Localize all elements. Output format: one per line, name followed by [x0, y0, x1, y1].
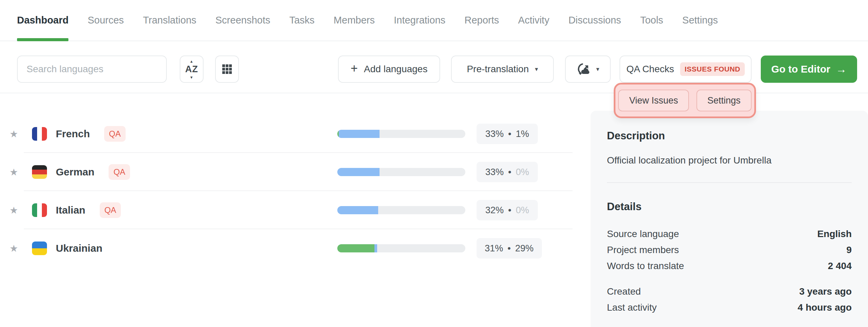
search-languages-field[interactable]	[17, 56, 167, 83]
details-title: Details	[607, 201, 852, 213]
dot-separator: •	[508, 243, 511, 254]
go-to-editor-label: Go to Editor	[771, 63, 830, 75]
grid-view-button[interactable]	[215, 56, 239, 83]
sort-az-icon: AZ	[185, 64, 198, 75]
arrow-right-icon: →	[836, 63, 847, 76]
qa-issues-badge[interactable]: QA	[104, 126, 126, 142]
german-flag-icon	[32, 165, 47, 179]
pretranslation-label: Pre-translation	[467, 64, 529, 75]
tab-integrations[interactable]: Integrations	[394, 0, 446, 41]
qa-settings-button[interactable]: Settings	[696, 90, 752, 111]
translated-percent: 33%	[485, 129, 504, 139]
cloud-sync-dropdown[interactable]: ▾	[565, 56, 611, 83]
language-row-left: ★ French QA	[10, 115, 126, 153]
qa-issues-badge[interactable]: QA	[100, 202, 121, 218]
progress-percent-pill: 33% • 0%	[477, 162, 538, 182]
language-name[interactable]: French	[56, 128, 90, 140]
approved-percent: 0%	[516, 167, 529, 177]
cloud-sync-icon	[576, 62, 591, 77]
view-issues-button[interactable]: View Issues	[618, 90, 689, 111]
italian-flag-icon	[32, 203, 47, 217]
translation-progress-bar	[337, 130, 465, 138]
tab-activity[interactable]: Activity	[518, 0, 549, 41]
search-input[interactable]	[26, 63, 158, 75]
detail-value: 2 404	[828, 258, 852, 274]
detail-row-words-to-translate: Words to translate 2 404	[607, 258, 852, 274]
language-row-french[interactable]: ★ French QA 33% • 1%	[0, 115, 591, 153]
detail-label: Words to translate	[607, 258, 684, 274]
progress-percent-pill: 31% • 29%	[477, 238, 542, 259]
ukrainian-flag-icon	[32, 242, 47, 255]
progress-percent-pill: 33% • 1%	[477, 124, 538, 144]
detail-row-source-language: Source language English	[607, 226, 852, 242]
detail-label: Project members	[607, 242, 679, 258]
progress-percent-pill: 32% • 0%	[477, 200, 538, 220]
translated-progress-segment	[337, 206, 378, 214]
approved-percent: 1%	[516, 129, 529, 139]
detail-value: 9	[846, 242, 852, 258]
approved-percent: 29%	[515, 243, 534, 254]
translated-percent: 31%	[485, 243, 503, 254]
detail-value: English	[817, 226, 852, 242]
tab-tasks[interactable]: Tasks	[289, 0, 315, 41]
tab-tools[interactable]: Tools	[640, 0, 663, 41]
detail-value: 3 years ago	[799, 283, 852, 299]
star-icon[interactable]: ★	[10, 243, 23, 254]
tab-discussions[interactable]: Discussions	[568, 0, 621, 41]
tab-members[interactable]: Members	[334, 0, 375, 41]
detail-label: Source language	[607, 226, 679, 242]
language-row-left: ★ Italian QA	[10, 191, 121, 229]
star-icon[interactable]: ★	[10, 128, 23, 140]
tab-translations[interactable]: Translations	[143, 0, 196, 41]
tab-screenshots[interactable]: Screenshots	[215, 0, 270, 41]
translation-progress-bar	[337, 206, 465, 214]
detail-row-created: Created 3 years ago	[607, 283, 852, 299]
grid-icon	[222, 64, 232, 74]
qa-checks-label: QA Checks	[626, 64, 674, 75]
language-name[interactable]: Italian	[56, 204, 85, 216]
star-icon[interactable]: ★	[10, 205, 23, 216]
sort-button[interactable]: AZ	[180, 56, 204, 83]
translation-progress-bar	[337, 168, 465, 176]
tab-settings[interactable]: Settings	[682, 0, 718, 41]
qa-checks-button[interactable]: QA Checks ISSUES FOUND	[620, 56, 752, 83]
issues-found-badge: ISSUES FOUND	[680, 62, 745, 76]
language-row-left: ★ German QA	[10, 153, 130, 191]
qa-checks-popup: View Issues Settings	[614, 83, 756, 118]
qa-issues-badge[interactable]: QA	[109, 164, 130, 180]
translated-percent: 32%	[485, 205, 504, 216]
dot-separator: •	[508, 167, 511, 177]
star-icon[interactable]: ★	[10, 167, 23, 178]
detail-label: Last activity	[607, 299, 657, 315]
detail-label: Created	[607, 283, 641, 299]
tab-reports[interactable]: Reports	[465, 0, 499, 41]
pretranslation-dropdown[interactable]: Pre-translation ▾	[451, 56, 554, 83]
project-nav: Dashboard Sources Translations Screensho…	[0, 0, 868, 41]
detail-row-project-members: Project members 9	[607, 242, 852, 258]
language-row-ukrainian[interactable]: ★ Ukrainian 31% • 29%	[0, 229, 591, 267]
add-languages-button[interactable]: + Add languages	[338, 56, 440, 83]
translated-progress-segment	[374, 244, 377, 252]
tab-sources[interactable]: Sources	[87, 0, 124, 41]
tab-dashboard[interactable]: Dashboard	[17, 0, 68, 41]
approved-percent: 0%	[516, 205, 529, 216]
panel-divider	[607, 182, 852, 183]
language-name[interactable]: Ukrainian	[56, 243, 102, 254]
project-dashboard: Dashboard Sources Translations Screensho…	[0, 0, 868, 327]
add-languages-label: Add languages	[364, 64, 428, 75]
translated-progress-segment	[339, 130, 380, 138]
approved-progress-segment	[337, 244, 374, 252]
language-name[interactable]: German	[56, 166, 94, 178]
language-row-left: ★ Ukrainian	[10, 229, 102, 267]
detail-value: 4 hours ago	[798, 299, 852, 315]
language-row-italian[interactable]: ★ Italian QA 32% • 0%	[0, 191, 591, 229]
translation-progress-bar	[337, 244, 465, 252]
description-title: Description	[607, 130, 852, 142]
language-row-german[interactable]: ★ German QA 33% • 0%	[0, 153, 591, 191]
go-to-editor-button[interactable]: Go to Editor →	[761, 56, 857, 83]
description-text: Official localization project for Umbrel…	[607, 155, 852, 166]
details-spacer	[607, 274, 852, 283]
dot-separator: •	[508, 129, 511, 139]
dot-separator: •	[508, 205, 511, 216]
language-list: ★ French QA 33% • 1% ★ German QA	[0, 115, 591, 267]
